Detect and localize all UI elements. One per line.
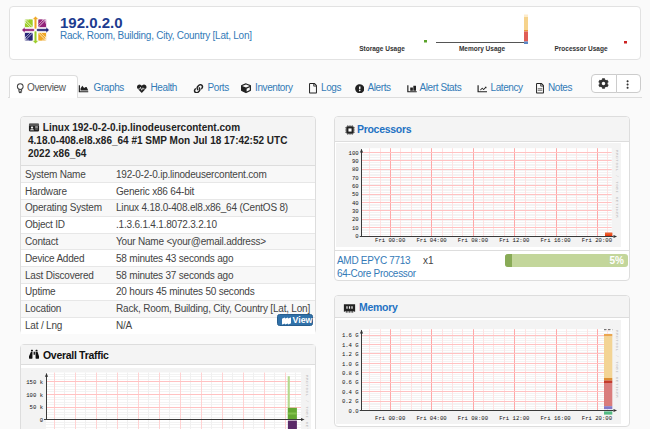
svg-text:0.6 G: 0.6 G [342,379,359,386]
svg-text:Fri 20:00: Fri 20:00 [582,237,613,244]
svg-text:Fri 04:00: Fri 04:00 [416,415,447,422]
svg-text:Storage Usage: Storage Usage [359,45,405,53]
svg-text:50 k: 50 k [30,404,44,411]
svg-text:Fri 20:00: Fri 20:00 [582,415,613,422]
svg-text:30: 30 [352,208,359,215]
svg-text:Fri 12:00: Fri 12:00 [499,237,530,244]
svg-text:Fri 12:00: Fri 12:00 [499,415,530,422]
svg-text:Memory Usage: Memory Usage [459,45,506,53]
svg-text:Fri 08:00: Fri 08:00 [458,237,489,244]
svg-text:100: 100 [349,150,360,157]
svg-text:60: 60 [352,183,359,190]
svg-text:Fri 00:00: Fri 00:00 [375,415,406,422]
svg-text:100 k: 100 k [26,392,43,399]
svg-text:90: 90 [352,158,359,165]
svg-text:0.4 G: 0.4 G [342,389,359,396]
svg-text:Fri 04:00: Fri 04:00 [416,237,447,244]
svg-text:Fri 16:00: Fri 16:00 [540,415,571,422]
svg-text:RRDTOOL / TOBI OETIKER: RRDTOOL / TOBI OETIKER [615,330,619,398]
svg-text:1.0 G: 1.0 G [342,361,359,368]
svg-text:70: 70 [352,175,359,182]
svg-text:1.4 G: 1.4 G [342,342,359,349]
svg-text:RRDTOOL / TOBI OETIKER: RRDTOOL / TOBI OETIKER [305,375,309,429]
svg-text:20: 20 [352,216,359,223]
svg-text:0.0: 0.0 [349,408,360,415]
svg-text:40: 40 [352,200,359,207]
svg-text:1.2 G: 1.2 G [342,351,359,358]
svg-text:Fri 00:00: Fri 00:00 [375,237,406,244]
svg-text:80: 80 [352,166,359,173]
svg-text:0.8 G: 0.8 G [342,370,359,377]
svg-text:Fri 08:00: Fri 08:00 [458,415,489,422]
svg-text:50: 50 [352,191,359,198]
svg-text:0.2 G: 0.2 G [342,398,359,405]
svg-text:RRDTOOL / TOBI OETIKER: RRDTOOL / TOBI OETIKER [615,150,619,218]
svg-text:1.6 G: 1.6 G [342,332,359,339]
svg-text:Fri 16:00: Fri 16:00 [540,237,571,244]
svg-text:Processor Usage: Processor Usage [554,45,607,53]
svg-text:10: 10 [352,225,359,232]
svg-text:150 k: 150 k [26,379,43,386]
